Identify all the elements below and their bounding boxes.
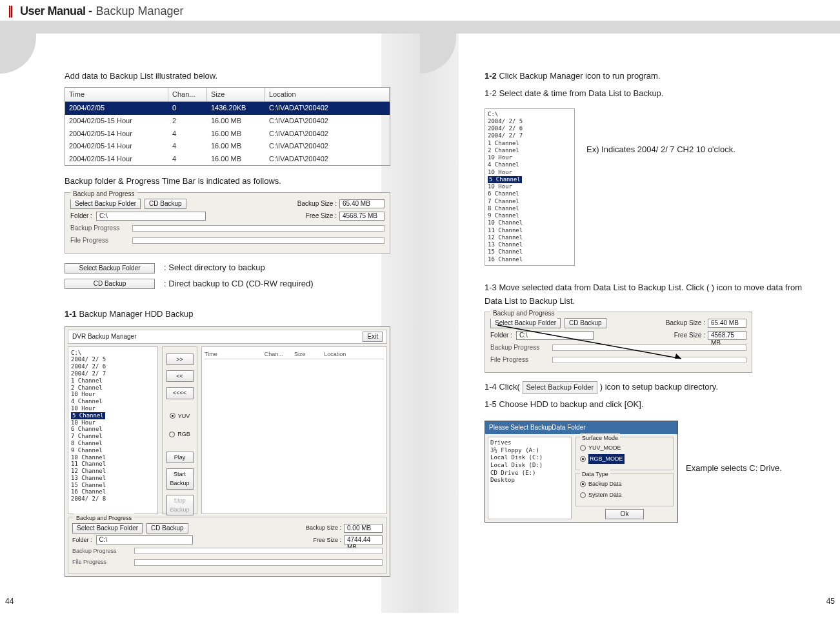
play-button[interactable]: Play (166, 452, 194, 463)
radio-label: RGB_MODE (588, 454, 625, 463)
cell: 2004/02/05-14 Hour (65, 153, 168, 166)
cell: 2 (168, 115, 207, 128)
stop-backup-button[interactable]: Stop Backup (166, 495, 194, 516)
table-row: 2004/02/05-14 Hour 4 16.00 MB C:\IVADAT\… (65, 128, 390, 141)
text-1-2a: 1-2 Click Backup Manager icon to run pro… (485, 70, 814, 83)
folder-select-wrap: Please Select BackupData Folder Drives 3… (485, 415, 814, 523)
drive-tree[interactable]: Drives 3½ Floppy (A:) Local Disk (C:) Lo… (488, 437, 572, 519)
ok-button[interactable]: Ok (605, 509, 644, 519)
backup-progress-bar (134, 548, 383, 554)
group-label: Data Type (580, 470, 610, 479)
cd-backup-button[interactable]: CD Backup (565, 318, 606, 328)
data-list-tree[interactable]: C:\ 2004/ 2/ 5 2004/ 2/ 6 2004/ 2/ 7 1 C… (68, 346, 158, 514)
data-type-group: Data Type Backup Data System Data (575, 473, 674, 506)
cell: 1436.20KB (207, 102, 265, 115)
select-folder-desc: : Select directory to backup (164, 261, 265, 275)
dialog-title: Please Select BackupData Folder (485, 421, 677, 434)
window-titlebar: DVR Backup Manager Exit (68, 330, 387, 344)
window-title: DVR Backup Manager (72, 332, 137, 342)
cell: 16.00 MB (207, 153, 265, 166)
exit-button[interactable]: Exit (363, 332, 383, 342)
cd-backup-button[interactable]: CD Backup (145, 199, 186, 209)
header-marker: ‖ (8, 4, 14, 18)
start-backup-button[interactable]: Start Backup (166, 468, 194, 490)
data-list-tree[interactable]: C:\ 2004/ 2/ 5 2004/ 2/ 6 2004/ 2/ 7 1 C… (485, 108, 575, 266)
tree-example: C:\ 2004/ 2/ 5 2004/ 2/ 6 2004/ 2/ 7 1 C… (485, 105, 814, 275)
backup-progress-label: Backup Progress (70, 223, 128, 234)
cell: C:\IVADAT\200402 (265, 153, 390, 166)
file-progress-bar (132, 237, 385, 244)
backup-list-table: Time Chan... Size Location 2004/02/05 0 … (65, 87, 390, 166)
table-row: 2004/02/05 0 1436.20KB C:\IVADAT\200402 (65, 102, 390, 115)
rgb-radio[interactable]: RGB (169, 430, 190, 439)
col-location: Location (265, 88, 390, 102)
move-all-left-button[interactable]: <<<< (166, 387, 194, 399)
cell: C:\IVADAT\200402 (265, 102, 390, 115)
cell: 16.00 MB (207, 128, 265, 141)
rgb-mode-radio[interactable]: RGB_MODE (580, 454, 669, 463)
select-backup-folder-button[interactable]: Select Backup Folder (65, 263, 155, 274)
cell: 4 (168, 153, 207, 166)
page-thumb-curve-right (420, 34, 456, 74)
backup-size-value: 0.00 MB (344, 524, 383, 533)
backup-progress-panel: Backup and Progress Select Backup Folder… (68, 517, 387, 573)
spread: Add data to Backup List illustrated belo… (0, 34, 840, 613)
group-label: Backup and Progress (70, 189, 137, 199)
col-size: Size (294, 350, 324, 359)
file-progress-label: File Progress (490, 355, 548, 365)
table-row: 2004/02/05-15 Hour 2 16.00 MB C:\IVADAT\… (65, 115, 390, 128)
backup-size-label: Backup Size : (666, 318, 705, 328)
surface-mode-group: Surface Mode YUV_MODE RGB_MODE (575, 437, 674, 470)
group-label: Backup and Progress (490, 308, 557, 319)
backup-size-label: Backup Size : (306, 523, 341, 532)
folder-value: C:\ (96, 535, 193, 544)
cell: C:\IVADAT\200402 (265, 128, 390, 141)
folder-label: Folder : (72, 535, 92, 544)
col-channel: Chan... (168, 88, 207, 102)
move-right-button[interactable]: >> (166, 354, 194, 365)
system-data-radio[interactable]: System Data (580, 490, 669, 499)
section-number: 1-2 (485, 71, 497, 81)
section-1-1: 1-1 Backup Manager HDD Backup (65, 308, 394, 321)
group-label: Surface Mode (580, 434, 620, 443)
folder-label: Folder : (70, 211, 92, 221)
cell: 2004/02/05 (65, 102, 168, 115)
move-left-button[interactable]: << (166, 370, 194, 382)
file-progress-bar (552, 357, 746, 363)
cell: 16.00 MB (207, 115, 265, 128)
free-size-label: Free Size : (674, 330, 705, 341)
select-backup-folder-button[interactable]: Select Backup Folder (70, 199, 141, 209)
backup-size-label: Backup Size : (297, 199, 337, 209)
page-left: Add data to Backup List illustrated belo… (0, 34, 420, 613)
select-backup-folder-button[interactable]: Select Backup Folder (72, 523, 143, 533)
text-1-4: 1-4 Click( Select Backup Folder ) icon t… (485, 381, 814, 394)
example-note: Ex) Indicates 2004/ 2/ 7 CH2 10 o'clock. (586, 143, 735, 157)
section-title: Backup Manager HDD Backup (77, 309, 194, 319)
cell: 2004/02/05-14 Hour (65, 140, 168, 153)
yuv-radio[interactable]: YUV (170, 412, 190, 421)
backup-data-radio[interactable]: Backup Data (580, 479, 669, 488)
group-label: Backup and Progress (74, 513, 134, 523)
cell: 4 (168, 140, 207, 153)
cell: C:\IVADAT\200402 (265, 140, 390, 153)
select-backup-folder-button[interactable]: Select Backup Folder (490, 318, 561, 328)
folder-value: C:\ (516, 331, 594, 340)
select-backup-folder-button[interactable]: Select Backup Folder (523, 381, 598, 394)
radio-label: RGB (177, 430, 190, 439)
cd-backup-button[interactable]: CD Backup (146, 523, 188, 533)
cd-backup-button[interactable]: CD Backup (65, 279, 155, 289)
backup-progress-label: Backup Progress (490, 343, 548, 353)
backup-size-value: 65.40 MB (708, 319, 746, 328)
col-time: Time (65, 88, 168, 102)
col-location: Location (324, 350, 384, 359)
cd-backup-desc: : Direct backup to CD (CD-RW required) (164, 277, 314, 291)
free-size-label: Free Size : (313, 535, 341, 544)
folder-select-dialog: Please Select BackupData Folder Drives 3… (485, 421, 678, 523)
header-subtitle: Backup Manager (96, 5, 184, 18)
cell: 2004/02/05-15 Hour (65, 115, 168, 128)
page-right: 1-2 Click Backup Manager icon to run pro… (420, 34, 840, 613)
cell: 4 (168, 128, 207, 141)
yuv-mode-radio[interactable]: YUV_MODE (580, 443, 669, 452)
table-row: 2004/02/05-14 Hour 4 16.00 MB C:\IVADAT\… (65, 140, 390, 153)
free-size-label: Free Size : (306, 211, 337, 221)
